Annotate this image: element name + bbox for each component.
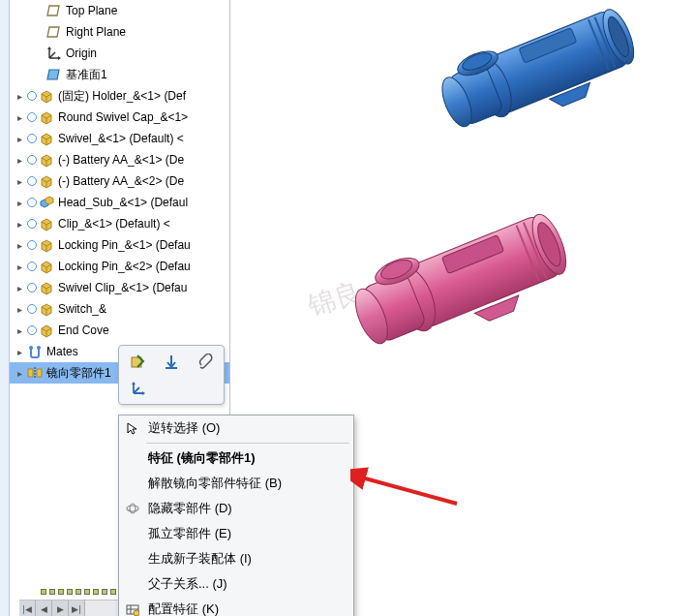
tree-item-label: Swivel Clip_&<1> (Defau — [58, 281, 187, 294]
tree-item-label: Switch_& — [58, 302, 106, 316]
part-icon — [39, 216, 54, 231]
tree-item-12[interactable]: ▸Locking Pin_&<2> (Defau — [10, 256, 229, 277]
part-icon — [39, 131, 54, 146]
tree-item-5[interactable]: ▸Round Swivel Cap_&<1> — [10, 107, 229, 128]
origin-toggle-button[interactable] — [123, 376, 154, 400]
cursor-icon — [125, 420, 140, 436]
scroll-last[interactable]: ▶| — [69, 601, 85, 616]
tree-item-label: Locking Pin_&<1> (Defau — [58, 238, 191, 252]
menu-separator — [146, 443, 349, 444]
model-instance-original[interactable] — [395, 0, 666, 165]
scroll-prev[interactable]: ◀ — [36, 601, 52, 616]
tree-item-7[interactable]: ▸(-) Battery AA_&<1> (De — [10, 149, 229, 170]
tree-item-label: Locking Pin_&<2> (Defau — [58, 260, 191, 273]
mates-icon — [27, 344, 43, 359]
tree-item-label: (-) Battery AA_&<1> (De — [58, 153, 184, 167]
menu-label: 孤立零部件 — [148, 526, 211, 540]
attachment-button[interactable] — [189, 350, 220, 374]
mirror-icon — [27, 365, 43, 381]
origin-icon — [46, 46, 62, 61]
expander-icon[interactable]: ▸ — [14, 90, 25, 102]
reference-marker — [27, 283, 37, 293]
configure-icon — [125, 601, 140, 616]
left-ruler — [0, 0, 10, 616]
tree-item-label: Top Plane — [66, 4, 117, 17]
tree-item-13[interactable]: ▸Swivel Clip_&<1> (Defau — [10, 277, 229, 298]
expander-icon[interactable]: ▸ — [14, 261, 25, 272]
tree-item-15[interactable]: ▸End Cove — [10, 320, 229, 341]
expander-icon[interactable]: ▸ — [14, 197, 25, 208]
part-icon — [39, 323, 54, 338]
tree-item-6[interactable]: ▸Swivel_&<1> (Default) < — [10, 128, 229, 149]
menu-label: 隐藏零部件 — [148, 501, 211, 515]
tree-item-4[interactable]: ▸(固定) Holder_&<1> (Def — [10, 85, 229, 107]
expander-icon[interactable]: ▸ — [14, 324, 25, 336]
svg-rect-2 — [28, 369, 33, 377]
tree-item-10[interactable]: ▸Clip_&<1> (Default) < — [10, 213, 229, 234]
expander-icon[interactable]: ▸ — [14, 239, 25, 251]
menu-configure-feature[interactable]: 配置特征 (K) — [119, 597, 353, 616]
plane-icon — [46, 24, 62, 40]
menu-parent-child[interactable]: 父子关系... (J) — [119, 571, 353, 597]
tree-item-label: Swivel_&<1> (Default) < — [58, 132, 184, 145]
menu-label: 配置特征 — [148, 601, 198, 616]
menu-hide-component[interactable]: 隐藏零部件 (D) — [119, 496, 353, 521]
menu-isolate-component[interactable]: 孤立零部件 (E) — [119, 521, 353, 546]
move-down-button[interactable] — [156, 350, 187, 374]
context-mini-toolbar — [118, 345, 225, 405]
assembly-icon — [39, 195, 54, 210]
tree-item-3[interactable]: 基准面1 — [10, 64, 229, 85]
menu-dissolve-mirror[interactable]: 解散镜向零部件特征 (B) — [119, 471, 353, 496]
menu-label: 解散镜向零部件特征 — [148, 476, 261, 490]
expander-icon[interactable]: ▸ — [14, 282, 25, 293]
tree-item-label: Head_Sub_&<1> (Defaul — [58, 196, 188, 209]
tree-item-1[interactable]: Right Plane — [10, 21, 229, 43]
expander-icon[interactable]: ▸ — [14, 111, 25, 123]
part-icon — [39, 259, 54, 274]
tree-item-14[interactable]: ▸Switch_& — [10, 298, 229, 320]
svg-rect-28 — [166, 367, 177, 369]
menu-label: 父子关系... — [148, 576, 209, 591]
plane-icon — [46, 3, 62, 18]
svg-point-30 — [127, 506, 138, 511]
move-down-icon — [163, 354, 180, 371]
part-icon — [39, 173, 54, 189]
expander-icon[interactable]: ▸ — [14, 133, 25, 144]
expander-icon[interactable]: ▸ — [14, 303, 25, 315]
expander-icon[interactable]: ▸ — [14, 367, 25, 379]
hide-icon — [125, 501, 140, 516]
tree-item-label: Mates — [46, 345, 78, 358]
tree-item-9[interactable]: ▸Head_Sub_&<1> (Defaul — [10, 192, 229, 213]
rollback-button[interactable] — [123, 350, 154, 374]
expander-icon[interactable]: ▸ — [14, 346, 25, 357]
reference-marker — [27, 112, 37, 122]
reference-marker — [27, 262, 37, 271]
part-icon — [39, 152, 54, 168]
scroll-next[interactable]: ▶ — [52, 601, 69, 616]
origin-icon — [130, 380, 147, 397]
model-instance-mirrored[interactable] — [308, 194, 598, 387]
reference-marker — [27, 134, 37, 143]
reference-marker — [27, 240, 37, 250]
expander-icon[interactable]: ▸ — [14, 154, 25, 166]
paperclip-icon — [196, 354, 213, 371]
reference-marker — [27, 198, 37, 207]
expander-icon[interactable]: ▸ — [14, 175, 25, 187]
timeline-markers — [41, 589, 128, 599]
tree-item-0[interactable]: Top Plane — [10, 0, 229, 21]
tree-item-label: Clip_&<1> (Default) < — [58, 217, 170, 231]
tree-item-2[interactable]: Origin — [10, 43, 229, 64]
refplane-icon — [46, 67, 62, 82]
svg-point-34 — [134, 610, 139, 616]
tree-item-label: End Cove — [58, 323, 109, 337]
scroll-first[interactable]: |◀ — [19, 601, 36, 616]
tree-item-label: (固定) Holder_&<1> (Def — [58, 88, 186, 105]
context-menu: 逆转选择 (O) 特征 (镜向零部件1) 解散镜向零部件特征 (B) 隐藏零部件… — [118, 415, 354, 616]
part-icon — [39, 109, 54, 125]
tree-item-8[interactable]: ▸(-) Battery AA_&<2> (De — [10, 170, 229, 192]
tree-item-11[interactable]: ▸Locking Pin_&<1> (Defau — [10, 234, 229, 256]
menu-invert-selection[interactable]: 逆转选择 (O) — [119, 416, 353, 441]
menu-feature-header: 特征 (镜向零部件1) — [119, 446, 353, 471]
expander-icon[interactable]: ▸ — [14, 218, 25, 230]
menu-new-subassembly[interactable]: 生成新子装配体 (I) — [119, 546, 353, 571]
